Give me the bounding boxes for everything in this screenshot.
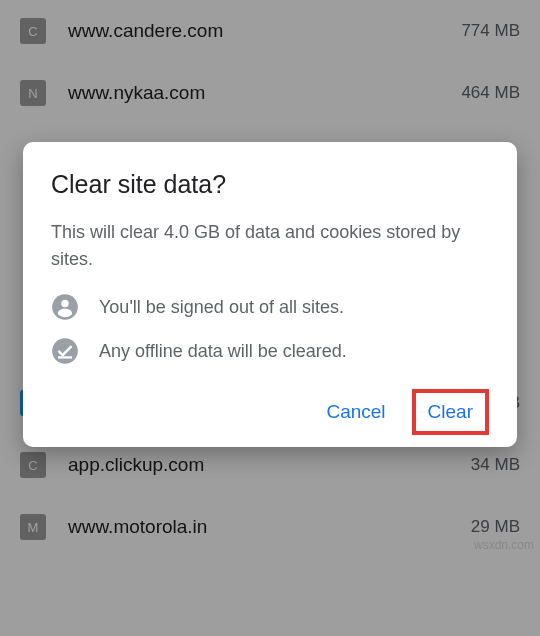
highlight-annotation: Clear xyxy=(412,389,489,435)
clear-button[interactable]: Clear xyxy=(428,401,473,423)
dialog-message: This will clear 4.0 GB of data and cooki… xyxy=(51,219,489,273)
info-text: You'll be signed out of all sites. xyxy=(99,297,344,318)
offline-check-icon xyxy=(51,337,79,365)
info-signed-out: You'll be signed out of all sites. xyxy=(51,293,489,321)
svg-point-1 xyxy=(61,300,68,307)
cancel-button[interactable]: Cancel xyxy=(310,389,401,435)
person-icon xyxy=(51,293,79,321)
dialog-title: Clear site data? xyxy=(51,170,489,199)
modal-overlay: Clear site data? This will clear 4.0 GB … xyxy=(0,0,540,636)
clear-site-data-dialog: Clear site data? This will clear 4.0 GB … xyxy=(23,142,517,447)
info-offline-data: Any offline data will be cleared. xyxy=(51,337,489,365)
watermark: wsxdn.com xyxy=(474,538,534,552)
info-text: Any offline data will be cleared. xyxy=(99,341,347,362)
dialog-actions: Cancel Clear xyxy=(51,389,489,435)
